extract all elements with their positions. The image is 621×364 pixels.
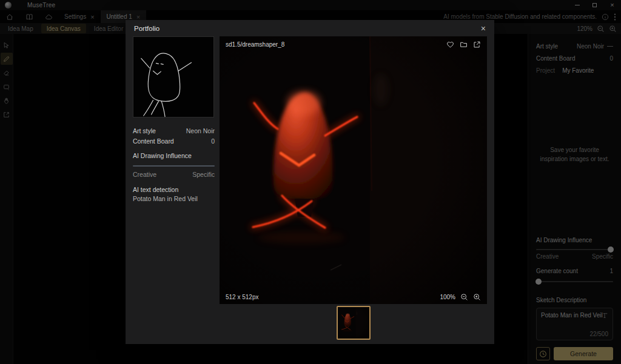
generated-image bbox=[220, 36, 487, 304]
detail-influence-max: Specific bbox=[192, 171, 215, 178]
heart-icon[interactable] bbox=[446, 41, 454, 48]
folder-icon[interactable] bbox=[460, 41, 468, 48]
detail-influence-slider bbox=[133, 165, 215, 167]
detail-influence-scale: Creative Specific bbox=[133, 171, 215, 178]
detail-influence-label: AI Drawing Influence bbox=[133, 151, 215, 160]
image-actions bbox=[446, 41, 481, 48]
detail-detection-label: AI text detection bbox=[133, 185, 215, 194]
viewer-zoom-level: 100% bbox=[440, 294, 455, 300]
detail-content-board-label: Content Board bbox=[133, 137, 174, 145]
portfolio-modal: Portfolio × Art style Neon Noir Content … bbox=[126, 20, 494, 344]
sketch-thumbnail bbox=[133, 36, 214, 117]
modal-close-button[interactable]: × bbox=[481, 24, 486, 33]
result-thumbnail-image bbox=[338, 307, 369, 339]
zoom-out-icon[interactable] bbox=[460, 293, 468, 301]
detail-influence-min: Creative bbox=[133, 171, 156, 178]
modal-header: Portfolio × bbox=[126, 20, 494, 36]
model-name-label: sd1.5/dreamshaper_8 bbox=[226, 41, 284, 48]
detail-detection-value: Potato Man in Red Veil bbox=[133, 195, 215, 202]
viewer-zoom-controls: 100% bbox=[440, 293, 481, 301]
detail-content-board-value: 0 bbox=[211, 137, 215, 145]
detail-art-style-value: Neon Noir bbox=[186, 127, 215, 134]
app-window: MuseTree × Settings × Untitled 1 × bbox=[0, 0, 621, 364]
result-thumbnail-selected[interactable] bbox=[337, 306, 371, 340]
thumbnail-strip bbox=[212, 304, 494, 341]
detail-content-board-row: Content Board 0 bbox=[133, 136, 215, 146]
detail-art-style-row: Art style Neon Noir bbox=[133, 125, 215, 136]
modal-title: Portfolio bbox=[134, 25, 159, 32]
sketch-drawing bbox=[133, 37, 213, 117]
image-size-label: 512 x 512px bbox=[226, 294, 259, 300]
external-link-icon[interactable] bbox=[473, 41, 481, 48]
image-viewer[interactable]: sd1.5/dreamshaper_8 512 x 512px 100% bbox=[220, 36, 487, 304]
zoom-in-icon[interactable] bbox=[473, 293, 481, 301]
detail-art-style-label: Art style bbox=[133, 127, 156, 134]
detail-panel: Art style Neon Noir Content Board 0 AI D… bbox=[133, 36, 215, 304]
modal-body: Art style Neon Noir Content Board 0 AI D… bbox=[126, 36, 494, 304]
